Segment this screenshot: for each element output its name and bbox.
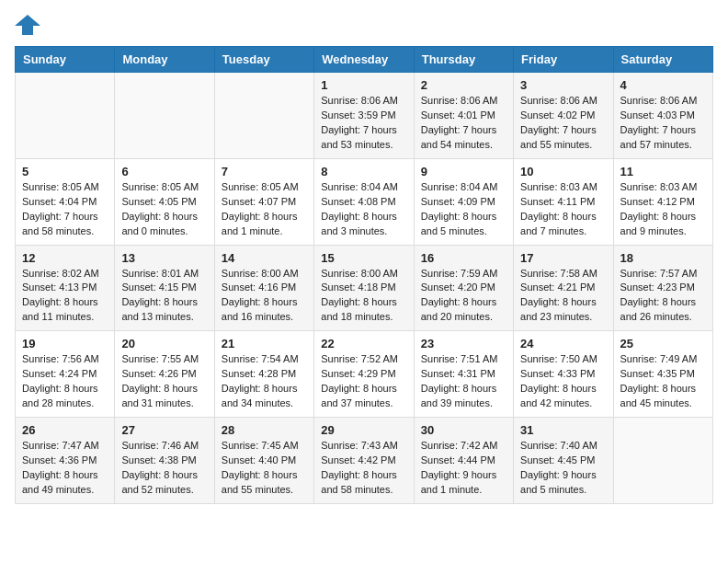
calendar-week-row: 19Sunrise: 7:56 AM Sunset: 4:24 PM Dayli… bbox=[16, 331, 713, 418]
day-number: 23 bbox=[421, 337, 506, 350]
calendar-day-12: 12Sunrise: 8:02 AM Sunset: 4:13 PM Dayli… bbox=[16, 245, 115, 331]
day-info: Sunrise: 7:57 AM Sunset: 4:23 PM Dayligh… bbox=[620, 267, 706, 326]
calendar-table: SundayMondayTuesdayWednesdayThursdayFrid… bbox=[15, 46, 713, 504]
calendar-day-2: 2Sunrise: 8:06 AM Sunset: 4:01 PM Daylig… bbox=[414, 73, 513, 159]
calendar-day-24: 24Sunrise: 7:50 AM Sunset: 4:33 PM Dayli… bbox=[514, 331, 613, 418]
day-number: 20 bbox=[121, 337, 207, 350]
logo bbox=[15, 15, 44, 35]
day-info: Sunrise: 7:52 AM Sunset: 4:29 PM Dayligh… bbox=[321, 352, 406, 411]
calendar-week-row: 5Sunrise: 8:05 AM Sunset: 4:04 PM Daylig… bbox=[16, 158, 713, 245]
day-info: Sunrise: 8:04 AM Sunset: 4:09 PM Dayligh… bbox=[421, 180, 506, 239]
calendar-day-16: 16Sunrise: 7:59 AM Sunset: 4:20 PM Dayli… bbox=[414, 245, 513, 331]
calendar-day-20: 20Sunrise: 7:55 AM Sunset: 4:26 PM Dayli… bbox=[115, 331, 214, 418]
day-number: 27 bbox=[121, 423, 207, 437]
day-info: Sunrise: 7:50 AM Sunset: 4:33 PM Dayligh… bbox=[520, 352, 606, 411]
day-info: Sunrise: 7:59 AM Sunset: 4:20 PM Dayligh… bbox=[421, 267, 506, 326]
day-info: Sunrise: 8:01 AM Sunset: 4:15 PM Dayligh… bbox=[121, 267, 207, 326]
calendar-day-7: 7Sunrise: 8:05 AM Sunset: 4:07 PM Daylig… bbox=[214, 158, 313, 245]
day-number: 12 bbox=[22, 251, 108, 265]
day-number: 5 bbox=[22, 165, 108, 178]
calendar-day-18: 18Sunrise: 7:57 AM Sunset: 4:23 PM Dayli… bbox=[613, 245, 712, 331]
day-info: Sunrise: 8:06 AM Sunset: 3:59 PM Dayligh… bbox=[321, 94, 406, 153]
day-info: Sunrise: 7:40 AM Sunset: 4:45 PM Dayligh… bbox=[520, 439, 606, 498]
header-tuesday: Tuesday bbox=[214, 47, 313, 73]
day-number: 19 bbox=[22, 337, 108, 350]
calendar-empty-cell bbox=[613, 418, 712, 504]
calendar-day-30: 30Sunrise: 7:42 AM Sunset: 4:44 PM Dayli… bbox=[414, 418, 513, 504]
day-number: 26 bbox=[22, 423, 108, 437]
header-monday: Monday bbox=[115, 47, 214, 73]
day-info: Sunrise: 7:45 AM Sunset: 4:40 PM Dayligh… bbox=[222, 439, 307, 498]
calendar-day-17: 17Sunrise: 7:58 AM Sunset: 4:21 PM Dayli… bbox=[514, 245, 613, 331]
header-saturday: Saturday bbox=[613, 47, 712, 73]
calendar-week-row: 12Sunrise: 8:02 AM Sunset: 4:13 PM Dayli… bbox=[16, 245, 713, 331]
day-info: Sunrise: 8:06 AM Sunset: 4:03 PM Dayligh… bbox=[620, 94, 706, 153]
day-number: 28 bbox=[222, 423, 307, 437]
day-info: Sunrise: 8:05 AM Sunset: 4:04 PM Dayligh… bbox=[22, 180, 108, 239]
day-number: 31 bbox=[520, 423, 606, 437]
svg-marker-0 bbox=[15, 15, 40, 35]
day-number: 8 bbox=[321, 165, 406, 178]
calendar-day-4: 4Sunrise: 8:06 AM Sunset: 4:03 PM Daylig… bbox=[613, 73, 712, 159]
calendar-day-28: 28Sunrise: 7:45 AM Sunset: 4:40 PM Dayli… bbox=[214, 418, 313, 504]
day-number: 1 bbox=[321, 78, 406, 92]
day-number: 22 bbox=[321, 337, 406, 350]
calendar-day-13: 13Sunrise: 8:01 AM Sunset: 4:15 PM Dayli… bbox=[115, 245, 214, 331]
calendar-empty-cell bbox=[115, 73, 214, 159]
day-number: 14 bbox=[222, 251, 307, 265]
day-info: Sunrise: 7:49 AM Sunset: 4:35 PM Dayligh… bbox=[620, 352, 706, 411]
day-number: 10 bbox=[520, 165, 606, 178]
calendar-day-31: 31Sunrise: 7:40 AM Sunset: 4:45 PM Dayli… bbox=[514, 418, 613, 504]
day-number: 18 bbox=[620, 251, 706, 265]
calendar-empty-cell bbox=[16, 73, 115, 159]
day-number: 30 bbox=[421, 423, 506, 437]
header-sunday: Sunday bbox=[16, 47, 115, 73]
day-number: 16 bbox=[421, 251, 506, 265]
day-number: 17 bbox=[520, 251, 606, 265]
day-info: Sunrise: 8:02 AM Sunset: 4:13 PM Dayligh… bbox=[22, 267, 108, 326]
day-info: Sunrise: 8:03 AM Sunset: 4:11 PM Dayligh… bbox=[520, 180, 606, 239]
day-info: Sunrise: 8:03 AM Sunset: 4:12 PM Dayligh… bbox=[620, 180, 706, 239]
calendar-day-6: 6Sunrise: 8:05 AM Sunset: 4:05 PM Daylig… bbox=[115, 158, 214, 245]
day-info: Sunrise: 7:43 AM Sunset: 4:42 PM Dayligh… bbox=[321, 439, 406, 498]
header-thursday: Thursday bbox=[414, 47, 513, 73]
day-info: Sunrise: 8:06 AM Sunset: 4:02 PM Dayligh… bbox=[520, 94, 606, 153]
calendar-day-21: 21Sunrise: 7:54 AM Sunset: 4:28 PM Dayli… bbox=[214, 331, 313, 418]
day-number: 13 bbox=[121, 251, 207, 265]
calendar-week-row: 26Sunrise: 7:47 AM Sunset: 4:36 PM Dayli… bbox=[16, 418, 713, 504]
calendar-day-5: 5Sunrise: 8:05 AM Sunset: 4:04 PM Daylig… bbox=[16, 158, 115, 245]
calendar-day-3: 3Sunrise: 8:06 AM Sunset: 4:02 PM Daylig… bbox=[514, 73, 613, 159]
day-number: 7 bbox=[222, 165, 307, 178]
calendar-day-11: 11Sunrise: 8:03 AM Sunset: 4:12 PM Dayli… bbox=[613, 158, 712, 245]
calendar-day-8: 8Sunrise: 8:04 AM Sunset: 4:08 PM Daylig… bbox=[314, 158, 414, 245]
day-info: Sunrise: 7:55 AM Sunset: 4:26 PM Dayligh… bbox=[121, 352, 207, 411]
day-info: Sunrise: 7:47 AM Sunset: 4:36 PM Dayligh… bbox=[22, 439, 108, 498]
day-info: Sunrise: 7:51 AM Sunset: 4:31 PM Dayligh… bbox=[421, 352, 506, 411]
day-info: Sunrise: 8:06 AM Sunset: 4:01 PM Dayligh… bbox=[421, 94, 506, 153]
day-number: 4 bbox=[620, 78, 706, 92]
page-header bbox=[15, 15, 713, 35]
day-number: 25 bbox=[620, 337, 706, 350]
calendar-day-1: 1Sunrise: 8:06 AM Sunset: 3:59 PM Daylig… bbox=[314, 73, 414, 159]
day-info: Sunrise: 7:58 AM Sunset: 4:21 PM Dayligh… bbox=[520, 267, 606, 326]
calendar-week-row: 1Sunrise: 8:06 AM Sunset: 3:59 PM Daylig… bbox=[16, 73, 713, 159]
day-number: 3 bbox=[520, 78, 606, 92]
header-wednesday: Wednesday bbox=[314, 47, 414, 73]
day-info: Sunrise: 7:56 AM Sunset: 4:24 PM Dayligh… bbox=[22, 352, 108, 411]
day-number: 6 bbox=[121, 165, 207, 178]
calendar-day-25: 25Sunrise: 7:49 AM Sunset: 4:35 PM Dayli… bbox=[613, 331, 712, 418]
calendar-day-23: 23Sunrise: 7:51 AM Sunset: 4:31 PM Dayli… bbox=[414, 331, 513, 418]
day-number: 24 bbox=[520, 337, 606, 350]
day-info: Sunrise: 8:05 AM Sunset: 4:07 PM Dayligh… bbox=[222, 180, 307, 239]
day-info: Sunrise: 7:42 AM Sunset: 4:44 PM Dayligh… bbox=[421, 439, 506, 498]
day-number: 29 bbox=[321, 423, 406, 437]
calendar-day-14: 14Sunrise: 8:00 AM Sunset: 4:16 PM Dayli… bbox=[214, 245, 313, 331]
day-number: 11 bbox=[620, 165, 706, 178]
day-info: Sunrise: 7:46 AM Sunset: 4:38 PM Dayligh… bbox=[121, 439, 207, 498]
logo-icon bbox=[15, 15, 40, 35]
calendar-day-26: 26Sunrise: 7:47 AM Sunset: 4:36 PM Dayli… bbox=[16, 418, 115, 504]
calendar-header-row: SundayMondayTuesdayWednesdayThursdayFrid… bbox=[16, 47, 713, 73]
day-info: Sunrise: 7:54 AM Sunset: 4:28 PM Dayligh… bbox=[222, 352, 307, 411]
calendar-day-27: 27Sunrise: 7:46 AM Sunset: 4:38 PM Dayli… bbox=[115, 418, 214, 504]
calendar-day-29: 29Sunrise: 7:43 AM Sunset: 4:42 PM Dayli… bbox=[314, 418, 414, 504]
